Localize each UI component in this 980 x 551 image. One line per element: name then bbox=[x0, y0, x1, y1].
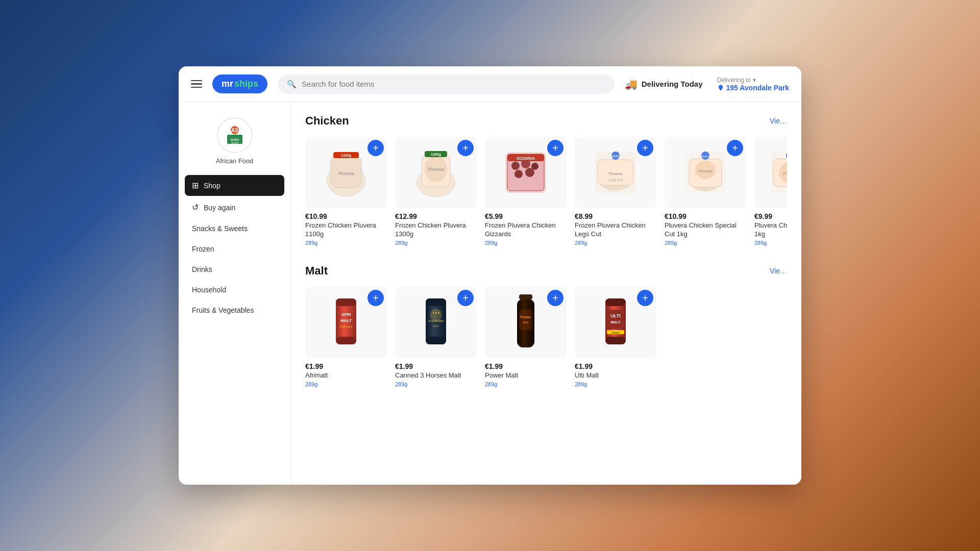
product-card[interactable]: Pluvera AFRO + €10.99 Pluvera Chicken Sp… bbox=[665, 137, 746, 246]
add-to-cart-button[interactable]: + bbox=[727, 140, 743, 156]
chicken-section: Chicken Vie… Pluvera 1 bbox=[305, 114, 787, 246]
product-card[interactable]: GIZZARDS + €5.99 Frozen Pluvera Chicken … bbox=[485, 137, 567, 246]
product-name: Pluvera Chicken Wings 1kg bbox=[754, 221, 787, 239]
product-vendor: 289g bbox=[395, 381, 477, 387]
logo-ships: ships bbox=[234, 79, 258, 89]
product-name: Pluvera Chicken Special Cut 1kg bbox=[665, 221, 746, 239]
sidebar-item-drinks[interactable]: Drinks bbox=[185, 260, 284, 279]
product-image: Power Malt + bbox=[485, 287, 567, 358]
logo[interactable]: mr ships bbox=[212, 74, 267, 93]
sidebar-nav: ⊞ Shop ↺ Buy again Snacks & Sweets Froze… bbox=[179, 175, 290, 320]
product-card[interactable]: Pluvera Legs Cut AFRO + €8.99 Frozen Plu… bbox=[575, 137, 656, 246]
product-image: ♞♞♞ 3 HORSES MALT + bbox=[395, 287, 477, 358]
svg-text:Pluvera: Pluvera bbox=[698, 169, 713, 173]
product-vendor: 289g bbox=[485, 381, 567, 387]
product-card[interactable]: Pluvera 1300g + €12.99 Frozen Chicken Pl… bbox=[395, 137, 477, 246]
search-bar: 🔍 bbox=[278, 74, 615, 94]
add-to-cart-button[interactable]: + bbox=[457, 290, 474, 306]
svg-text:Premium: Premium bbox=[340, 325, 352, 328]
add-to-cart-button[interactable]: + bbox=[547, 290, 564, 306]
menu-button[interactable] bbox=[191, 80, 202, 88]
app-window: mr ships 🔍 🚚 Delivering Today Delivering… bbox=[179, 66, 801, 485]
product-card[interactable]: ♞♞♞ 3 HORSES MALT + €1.99 Canned 3 Horse… bbox=[395, 287, 477, 387]
svg-point-21 bbox=[511, 162, 520, 170]
delivering-to-label: Delivering to ▾ bbox=[717, 77, 789, 84]
product-price: €1.99 bbox=[485, 362, 567, 370]
search-input[interactable] bbox=[302, 80, 605, 88]
add-to-cart-button[interactable]: + bbox=[637, 140, 653, 156]
malt-view-all[interactable]: Vie… bbox=[770, 267, 787, 275]
sidebar-item-frozen[interactable]: Frozen bbox=[185, 239, 284, 259]
product-price: €8.99 bbox=[575, 212, 656, 220]
header-right: 🚚 Delivering Today Delivering to ▾ 195 A… bbox=[625, 77, 789, 92]
product-price: €10.99 bbox=[665, 212, 746, 220]
chicken-products-row: Pluvera 1100g + €10.99 Frozen Chicken Pl… bbox=[305, 137, 787, 246]
add-to-cart-button[interactable]: + bbox=[547, 140, 564, 156]
chicken-legs-img: Pluvera Legs Cut AFRO bbox=[590, 144, 641, 201]
product-image: Pluvera Legs Cut AFRO + bbox=[575, 137, 656, 208]
frozen-chicken-1100g-img: Pluvera 1100g bbox=[321, 144, 372, 201]
product-name: Power Malt bbox=[485, 371, 567, 380]
add-to-cart-button[interactable]: + bbox=[368, 290, 384, 306]
product-name: Frozen Pluvera Chicken Gizzards bbox=[485, 221, 567, 239]
svg-text:♞♞♞: ♞♞♞ bbox=[432, 311, 440, 314]
product-vendor: 289g bbox=[575, 240, 656, 246]
svg-text:Pluvera: Pluvera bbox=[338, 171, 354, 176]
add-to-cart-button[interactable]: + bbox=[368, 140, 384, 156]
svg-text:Pluvera: Pluvera bbox=[783, 171, 787, 176]
product-name: Afrimalt bbox=[305, 371, 387, 380]
product-image: Pluvera 1300g + bbox=[395, 137, 477, 208]
svg-rect-56 bbox=[426, 298, 446, 306]
main-layout: AS AFRO SHOP African Food ⊞ Shop ↺ Buy a… bbox=[179, 102, 801, 485]
sidebar-label-fruits: Fruits & Vegetables bbox=[192, 306, 254, 314]
frozen-chicken-1300g-img: Pluvera 1300g bbox=[410, 144, 461, 201]
sidebar-label-shop: Shop bbox=[204, 182, 220, 190]
delivery-info: 🚚 Delivering Today bbox=[625, 78, 703, 90]
svg-rect-50 bbox=[336, 337, 356, 344]
product-card[interactable]: AFRI MALT Premium + €1.99 Afrimalt 289g bbox=[305, 287, 387, 387]
add-to-cart-button[interactable]: + bbox=[637, 290, 653, 306]
frozen-gizzards-img: GIZZARDS bbox=[500, 144, 551, 201]
product-price: €1.99 bbox=[575, 362, 656, 370]
product-name: Frozen Chicken Pluvera 1100g bbox=[305, 221, 387, 239]
delivery-label: Delivering Today bbox=[642, 80, 703, 88]
svg-text:AFRO: AFRO bbox=[701, 155, 710, 158]
sidebar: AS AFRO SHOP African Food ⊞ Shop ↺ Buy a… bbox=[179, 102, 291, 485]
svg-text:AFRO: AFRO bbox=[610, 155, 621, 158]
product-price: €9.99 bbox=[754, 212, 787, 220]
product-vendor: 289g bbox=[575, 381, 656, 387]
product-vendor: 289g bbox=[485, 240, 567, 246]
svg-rect-65 bbox=[519, 310, 532, 330]
svg-rect-62 bbox=[519, 294, 532, 299]
sidebar-item-fruits[interactable]: Fruits & Vegetables bbox=[185, 300, 284, 320]
chicken-view-all[interactable]: Vie… bbox=[770, 117, 787, 125]
refresh-icon: ↺ bbox=[192, 203, 199, 212]
svg-rect-70 bbox=[605, 337, 626, 344]
svg-text:MALT: MALT bbox=[340, 318, 352, 323]
product-card[interactable]: ULTI MALT Classic + €1.99 Ulti Malt 289g bbox=[575, 287, 656, 387]
sidebar-item-buy-again[interactable]: ↺ Buy again bbox=[185, 197, 284, 218]
sidebar-item-shop[interactable]: ⊞ Shop bbox=[185, 175, 284, 196]
product-card[interactable]: Power Malt + €1.99 Power Malt 289g bbox=[485, 287, 567, 387]
svg-text:Pluvera: Pluvera bbox=[428, 167, 444, 172]
product-name: Ulti Malt bbox=[575, 371, 656, 380]
svg-text:Classic: Classic bbox=[611, 331, 620, 334]
ulti-malt-img: ULTI MALT Classic bbox=[598, 294, 633, 350]
store-logo-area: AS AFRO SHOP African Food bbox=[179, 112, 290, 175]
add-to-cart-button[interactable]: + bbox=[457, 140, 474, 156]
malt-section-title: Malt bbox=[305, 264, 328, 278]
sidebar-label-household: Household bbox=[192, 286, 226, 294]
product-image: Pluvera AFRO + bbox=[665, 137, 746, 208]
delivery-address[interactable]: Delivering to ▾ 195 Avondale Park bbox=[717, 77, 789, 92]
svg-text:ULTI: ULTI bbox=[610, 313, 620, 318]
shop-icon: ⊞ bbox=[192, 181, 199, 190]
sidebar-item-household[interactable]: Household bbox=[185, 280, 284, 299]
product-card[interactable]: Pluvera + €9.99 Pluvera Chicken Wings 1k… bbox=[754, 137, 787, 246]
svg-text:Malt: Malt bbox=[523, 321, 529, 324]
malt-products-row: AFRI MALT Premium + €1.99 Afrimalt 289g bbox=[305, 287, 787, 387]
product-card[interactable]: Pluvera 1100g + €10.99 Frozen Chicken Pl… bbox=[305, 137, 387, 246]
product-price: €12.99 bbox=[395, 212, 477, 220]
product-vendor: 289g bbox=[305, 240, 387, 246]
svg-text:3 HORSES: 3 HORSES bbox=[428, 319, 444, 322]
sidebar-item-snacks[interactable]: Snacks & Sweets bbox=[185, 219, 284, 238]
